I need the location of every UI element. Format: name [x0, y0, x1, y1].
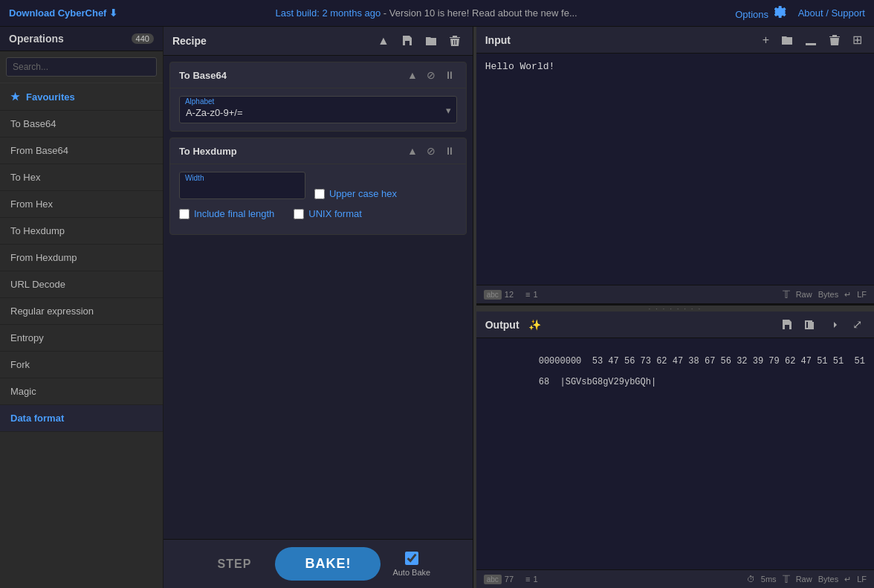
- to-base64-pause-button[interactable]: ⏸: [442, 68, 457, 82]
- output-format: ⏱ 5ms 𝕋 Raw Bytes ↵ LF: [747, 573, 867, 585]
- output-header: Output ✨ ⤢: [476, 311, 874, 338]
- output-char-count: 77: [505, 575, 514, 584]
- to-hexdump-title: To Hexdump: [179, 146, 237, 157]
- input-stats: abc 12 ≡ 1: [484, 290, 538, 300]
- favourites-label: Favourites: [26, 91, 75, 103]
- sidebar-item-entropy[interactable]: Entropy: [0, 325, 163, 352]
- input-title: Input: [485, 34, 511, 46]
- include-length-checkbox[interactable]: [179, 209, 190, 219]
- load-recipe-button[interactable]: [422, 33, 440, 48]
- output-line-2: 68 |SGVsbG8gV29ybGQh|: [485, 366, 865, 387]
- version-text: - Version 10 is here! Read about the new…: [381, 7, 577, 19]
- input-add-button[interactable]: +: [760, 32, 772, 48]
- output-save-button[interactable]: [778, 317, 796, 332]
- hex-second: 68: [539, 377, 549, 387]
- delete-recipe-button[interactable]: [446, 33, 464, 48]
- right-panel: Input + ⊞ Hello World!: [476, 27, 874, 588]
- input-abc-stat: abc 12: [484, 290, 514, 300]
- input-textarea[interactable]: Hello World!: [476, 54, 874, 285]
- to-hexdump-disable-button[interactable]: ⊘: [424, 144, 438, 158]
- alphabet-select[interactable]: A-Za-z0-9+/=: [179, 96, 457, 123]
- ascii-suffix: 51: [855, 356, 865, 366]
- save-recipe-button[interactable]: [398, 33, 416, 48]
- input-lines-stat: ≡ 1: [522, 290, 538, 299]
- to-hexdump-collapse-button[interactable]: ▲: [405, 144, 420, 158]
- output-line-1: 00000000 53 47 56 73 62 47 38 67 56 32 3…: [485, 346, 865, 366]
- step-button[interactable]: STEP: [206, 552, 264, 577]
- to-base64-disable-button[interactable]: ⊘: [424, 68, 438, 82]
- sidebar-item-data-format[interactable]: Data format: [0, 405, 163, 432]
- unix-format-label[interactable]: UNIX format: [308, 208, 362, 219]
- input-open-button[interactable]: [778, 33, 796, 48]
- output-lines-stat: ≡ 1: [522, 575, 538, 584]
- collapse-recipe-button[interactable]: ▲: [375, 33, 392, 49]
- auto-bake-area: Auto Bake: [392, 552, 430, 577]
- to-base64-collapse-button[interactable]: ▲: [405, 68, 420, 82]
- auto-bake-checkbox[interactable]: [405, 552, 418, 565]
- url-decode-label: URL Decode: [10, 279, 65, 290]
- sidebar-item-fork[interactable]: Fork: [0, 352, 163, 378]
- to-hexdump-pause-button[interactable]: ⏸: [442, 144, 457, 158]
- output-abc-stat: abc 77: [484, 575, 514, 584]
- sidebar-item-to-hex[interactable]: To Hex: [0, 164, 163, 191]
- bytes-label: Bytes: [818, 290, 839, 299]
- gear-icon: [774, 6, 786, 18]
- uppercase-hex-checkbox[interactable]: [314, 189, 325, 199]
- output-footer: abc 77 ≡ 1 ⏱ 5ms 𝕋 Raw Bytes ↵ LF: [476, 569, 874, 588]
- sidebar: Operations 440 ★ Favourites To Base64 Fr…: [0, 27, 164, 588]
- sidebar-item-favourites[interactable]: ★ Favourites: [0, 83, 163, 111]
- unix-format-checkbox[interactable]: [294, 209, 304, 219]
- download-section[interactable]: Download CyberChef ⬇: [9, 7, 117, 19]
- unix-format-checkbox-item[interactable]: UNIX format: [294, 208, 362, 219]
- options-link[interactable]: Options: [735, 6, 786, 20]
- open-folder-icon: [781, 34, 793, 46]
- output-send-to-input-button[interactable]: [826, 317, 844, 332]
- drag-handle[interactable]: · · · · · · · ·: [476, 306, 874, 311]
- sidebar-item-magic[interactable]: Magic: [0, 378, 163, 405]
- about-link[interactable]: About / Support: [798, 7, 865, 19]
- sidebar-item-from-hex[interactable]: From Hex: [0, 191, 163, 218]
- magic-wand-button[interactable]: ✨: [525, 317, 544, 332]
- uppercase-hex-label[interactable]: Upper case hex: [329, 188, 397, 199]
- input-footer: abc 12 ≡ 1 𝕋 Raw Bytes ↵ LF: [476, 285, 874, 303]
- sidebar-item-to-hexdump[interactable]: To Hexdump: [0, 218, 163, 245]
- data-format-label: Data format: [10, 413, 64, 424]
- sidebar-item-regex[interactable]: Regular expression: [0, 298, 163, 325]
- uppercase-hex-checkbox-item[interactable]: Upper case hex: [314, 188, 397, 199]
- sidebar-item-from-hexdump[interactable]: From Hexdump: [0, 245, 163, 271]
- copy-icon: [805, 319, 817, 331]
- to-base64-icons: ▲ ⊘ ⏸: [405, 68, 457, 82]
- output-time: 5ms: [761, 575, 777, 584]
- hex-values: 53 47 56 73 62 47 38 67 56 32 39 79 62 4…: [592, 356, 844, 366]
- bake-button[interactable]: BAKE!: [275, 547, 381, 581]
- regex-label: Regular expression: [10, 306, 94, 317]
- include-length-label[interactable]: Include final length: [194, 208, 274, 219]
- sidebar-item-from-base64[interactable]: From Base64: [0, 138, 163, 164]
- save-icon: [401, 35, 413, 47]
- output-raw-label: Raw: [796, 575, 812, 584]
- output-copy-button[interactable]: [802, 317, 820, 332]
- build-link[interactable]: Last build: 2 months ago: [276, 7, 381, 19]
- search-input[interactable]: [6, 57, 157, 77]
- sidebar-item-url-decode[interactable]: URL Decode: [0, 271, 163, 298]
- output-bytes-label: Bytes: [818, 575, 839, 584]
- input-layout-button[interactable]: ⊞: [849, 31, 865, 48]
- alphabet-select-wrapper: Alphabet A-Za-z0-9+/= ▾: [179, 96, 457, 123]
- output-fullscreen-button[interactable]: ⤢: [849, 316, 865, 333]
- to-hexdump-label: To Hexdump: [10, 225, 65, 236]
- operation-to-base64: To Base64 ▲ ⊘ ⏸ Alphabet A-Za-z0-9+/= ▾: [169, 62, 467, 132]
- from-hexdump-label: From Hexdump: [10, 252, 77, 263]
- entropy-label: Entropy: [10, 332, 44, 343]
- sidebar-item-to-base64[interactable]: To Base64: [0, 111, 163, 138]
- main-layout: Operations 440 ★ Favourites To Base64 Fr…: [0, 27, 874, 588]
- to-base64-label: To Base64: [10, 118, 56, 129]
- download-link[interactable]: Download CyberChef ⬇: [9, 7, 117, 19]
- output-header-icons: ⤢: [778, 316, 865, 333]
- auto-bake-label[interactable]: Auto Bake: [392, 568, 430, 577]
- bake-area: STEP BAKE! Auto Bake: [164, 539, 473, 588]
- input-delete-button[interactable]: [826, 33, 844, 48]
- output-section: Output ✨ ⤢ 0000: [476, 311, 874, 588]
- include-length-checkbox-item[interactable]: Include final length: [179, 208, 274, 219]
- input-import-button[interactable]: [802, 33, 820, 48]
- output-line-count: 1: [533, 575, 537, 584]
